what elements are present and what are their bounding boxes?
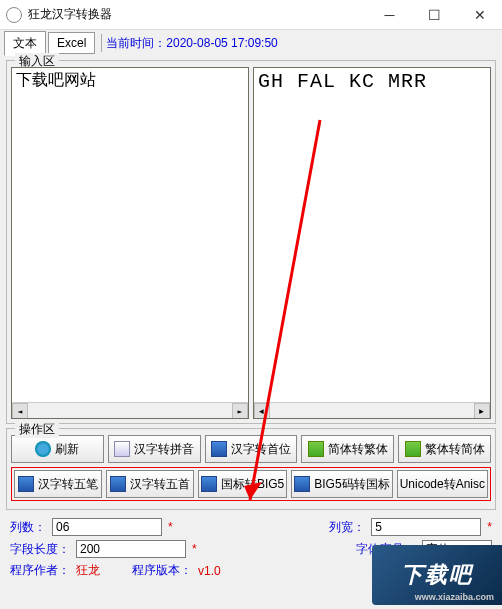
author-label: 程序作者：: [10, 562, 70, 579]
doc-icon: [201, 476, 217, 492]
window-title: 狂龙汉字转换器: [28, 6, 367, 23]
scroll-left-arrow-icon[interactable]: ◄: [12, 403, 28, 419]
operation-area-fieldset: 操作区 刷新 汉字转拼音 汉字转首位 简体转繁体 繁体转简体 汉字转五笔 汉字转…: [6, 428, 496, 510]
cols-label: 列数：: [10, 519, 46, 536]
time-label: 当前时间：2020-08-05 17:09:50: [106, 35, 277, 52]
output-textbox-right[interactable]: GH FAL KC MRR ◄ ►: [253, 67, 491, 419]
watermark-logo: 下载吧 www.xiazaiba.com: [372, 545, 502, 605]
scroll-right-arrow-icon[interactable]: ►: [232, 403, 248, 419]
refresh-icon: [35, 441, 51, 457]
close-button[interactable]: ✕: [457, 0, 502, 30]
input-left-text: 下载吧网站: [16, 70, 244, 107]
printer-icon: [18, 476, 34, 492]
app-icon: [6, 7, 22, 23]
gb-to-big5-button[interactable]: 国标转BIG5: [198, 470, 287, 498]
scrollbar-left[interactable]: ◄ ►: [12, 402, 248, 418]
doc-icon: [110, 476, 126, 492]
doc-icon: [405, 441, 421, 457]
hanzi-to-shouwei-button[interactable]: 汉字转首位: [205, 435, 298, 463]
version-value: v1.0: [198, 564, 221, 578]
input-area-fieldset: 输入区 下载吧网站 ◄ ► GH FAL KC MRR ◄ ►: [6, 60, 496, 424]
big5-to-gb-button[interactable]: BIG5码转国标: [291, 470, 392, 498]
maximize-button[interactable]: ☐: [412, 0, 457, 30]
required-star: *: [168, 520, 173, 534]
hanzi-to-wubi-button[interactable]: 汉字转五笔: [14, 470, 102, 498]
width-input[interactable]: [371, 518, 481, 536]
title-bar: 狂龙汉字转换器 ─ ☐ ✕: [0, 0, 502, 30]
fieldlen-label: 字段长度：: [10, 541, 70, 558]
output-right-text: GH FAL KC MRR: [258, 70, 486, 109]
author-value: 狂龙: [76, 562, 100, 579]
required-star: *: [487, 520, 492, 534]
hanzi-to-pinyin-button[interactable]: 汉字转拼音: [108, 435, 201, 463]
hanzi-to-wushou-button[interactable]: 汉字转五首: [106, 470, 194, 498]
scroll-left-arrow-icon[interactable]: ◄: [254, 403, 270, 419]
input-textbox-left[interactable]: 下载吧网站 ◄ ►: [11, 67, 249, 419]
minimize-button[interactable]: ─: [367, 0, 412, 30]
cols-input[interactable]: [52, 518, 162, 536]
fieldlen-input[interactable]: [76, 540, 186, 558]
tab-excel[interactable]: Excel: [48, 32, 95, 54]
doc-icon: [114, 441, 130, 457]
operation-area-legend: 操作区: [15, 421, 59, 438]
unicode-to-ansi-button[interactable]: Unicode转Anisc: [397, 470, 488, 498]
refresh-button[interactable]: 刷新: [11, 435, 104, 463]
doc-icon: [211, 441, 227, 457]
fan-to-jian-button[interactable]: 繁体转简体: [398, 435, 491, 463]
width-label: 列宽：: [329, 519, 365, 536]
scroll-right-arrow-icon[interactable]: ►: [474, 403, 490, 419]
version-label: 程序版本：: [132, 562, 192, 579]
jian-to-fan-button[interactable]: 简体转繁体: [301, 435, 394, 463]
divider: [101, 34, 102, 52]
highlighted-row: 汉字转五笔 汉字转五首 国标转BIG5 BIG5码转国标 Unicode转Ani…: [11, 467, 491, 501]
tab-text[interactable]: 文本: [4, 31, 46, 56]
doc-icon: [294, 476, 310, 492]
doc-icon: [308, 441, 324, 457]
scrollbar-right[interactable]: ◄ ►: [254, 402, 490, 418]
toolbar: 文本 Excel 当前时间：2020-08-05 17:09:50: [0, 30, 502, 56]
required-star: *: [192, 542, 197, 556]
